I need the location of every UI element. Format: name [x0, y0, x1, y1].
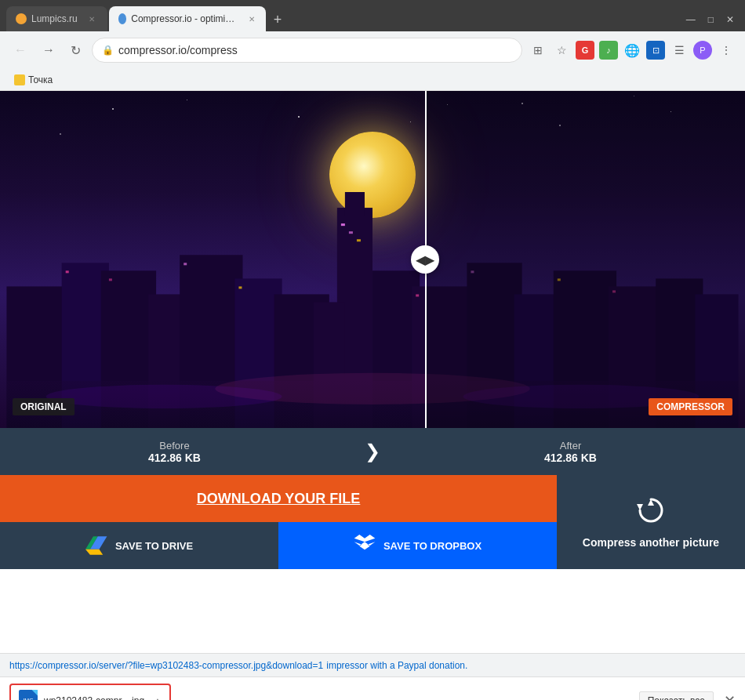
- download-file-icon: IMG: [19, 690, 38, 701]
- download-button[interactable]: DOWNLOAD YOUR FILE: [0, 475, 557, 522]
- svg-rect-21: [66, 270, 69, 273]
- svg-marker-36: [354, 535, 376, 542]
- show-all-button[interactable]: Показать все: [639, 691, 714, 701]
- download-chevron-icon[interactable]: ▲: [154, 696, 162, 700]
- svg-rect-3: [349, 231, 353, 234]
- tab-lumpics-close[interactable]: ✕: [85, 13, 98, 25]
- bookmark-tochka[interactable]: Точка: [9, 73, 57, 87]
- forward-button[interactable]: →: [38, 40, 60, 60]
- download-filename: wp3102483-compr....jpg: [44, 695, 144, 701]
- extension-icon-4[interactable]: ⊡: [646, 41, 665, 60]
- after-stats: After 412.86 KB: [396, 440, 745, 464]
- before-stats: Before 412.86 KB: [0, 440, 349, 464]
- star-icon[interactable]: ☆: [552, 41, 571, 60]
- address-bar[interactable]: 🔒 compressor.io/compress: [92, 38, 522, 63]
- new-tab-button[interactable]: +: [267, 9, 289, 31]
- compress-another-label: Compress another picture: [583, 536, 719, 549]
- dropbox-icon: [354, 535, 376, 557]
- nav-icons: ⊞ ☆ G ♪ 🌐 ⊡ ☰ P ⋮: [529, 41, 736, 60]
- save-drive-button[interactable]: SAVE TO DRIVE: [0, 522, 278, 569]
- extension-icon-1[interactable]: G: [576, 41, 594, 60]
- nav-bar: ← → ↻ 🔒 compressor.io/compress ⊞ ☆ G ♪ 🌐…: [0, 31, 745, 69]
- menu-button[interactable]: ⋮: [717, 41, 736, 60]
- svg-rect-22: [109, 278, 112, 281]
- tab-bar: Lumpics.ru ✕ Compressor.io - optimize an…: [0, 0, 745, 31]
- tab-lumpics[interactable]: Lumpics.ru ✕: [6, 6, 107, 31]
- tab-lumpics-label: Lumpics.ru: [31, 13, 78, 24]
- save-drive-label: SAVE TO DRIVE: [115, 540, 193, 552]
- action-section: DOWNLOAD YOUR FILE SAVE TO DRIVE: [0, 475, 745, 569]
- tab-lumpics-favicon: [16, 13, 27, 24]
- svg-rect-1: [345, 192, 365, 216]
- extension-icon-3[interactable]: 🌐: [623, 41, 641, 60]
- before-label: Before: [159, 440, 189, 452]
- original-label: ORIGINAL: [13, 398, 74, 415]
- extension-icon-2[interactable]: ♪: [599, 41, 618, 60]
- svg-point-31: [46, 385, 282, 408]
- minimize-button[interactable]: —: [681, 11, 700, 28]
- svg-rect-23: [184, 263, 187, 265]
- download-area: DOWNLOAD YOUR FILE SAVE TO DRIVE: [0, 475, 557, 569]
- after-label: After: [560, 440, 581, 452]
- before-value: 412.86 KB: [148, 452, 201, 464]
- google-drive-icon: [85, 536, 107, 555]
- status-bar: https://compressor.io/server/?file=wp310…: [0, 653, 745, 676]
- maximize-button[interactable]: □: [703, 11, 718, 28]
- close-window-button[interactable]: ✕: [721, 11, 739, 28]
- svg-rect-2: [341, 223, 345, 226]
- download-item[interactable]: IMG wp3102483-compr....jpg ▲: [9, 684, 171, 701]
- svg-marker-38: [359, 542, 369, 549]
- tab-compressor-label: Compressor.io - optimize and co...: [131, 13, 238, 24]
- tab-compressor[interactable]: Compressor.io - optimize and co... ✕: [109, 6, 266, 31]
- save-dropbox-label: SAVE TO DROPBOX: [383, 540, 482, 552]
- refresh-button[interactable]: ↻: [66, 40, 85, 61]
- bookmarks-bar: Точка: [0, 69, 745, 91]
- browser-frame: Lumpics.ru ✕ Compressor.io - optimize an…: [0, 0, 745, 91]
- translate-icon[interactable]: ⊞: [529, 41, 547, 60]
- right-overlay: [425, 91, 746, 428]
- save-buttons: SAVE TO DRIVE SAVE TO DROPBOX: [0, 522, 557, 569]
- compress-another-button[interactable]: Compress another picture: [557, 475, 745, 569]
- download-bar: IMG wp3102483-compr....jpg ▲ Показать вс…: [0, 676, 745, 700]
- stats-bar: Before 412.86 KB ❯ After 412.86 KB: [0, 428, 745, 475]
- status-url: https://compressor.io/server/?file=wp310…: [9, 660, 323, 671]
- compress-refresh-icon: [637, 496, 665, 530]
- after-value: 412.86 KB: [544, 452, 597, 464]
- close-download-bar-button[interactable]: ✕: [724, 692, 736, 701]
- lock-icon: 🔒: [102, 45, 114, 56]
- comparison-handle[interactable]: ◀▶: [411, 245, 439, 274]
- page-content: ◀▶ ORIGINAL COMPRESSOR Before 412.86 KB …: [0, 91, 745, 653]
- svg-rect-25: [416, 294, 419, 296]
- svg-rect-24: [238, 286, 242, 288]
- tab-compressor-favicon: [118, 13, 127, 24]
- address-text: compressor.io/compress: [118, 44, 512, 56]
- bookmark-label: Точка: [28, 74, 53, 85]
- save-dropbox-button[interactable]: SAVE TO DROPBOX: [278, 522, 557, 569]
- svg-rect-4: [357, 239, 361, 241]
- back-button[interactable]: ←: [9, 40, 31, 60]
- stats-arrow: ❯: [349, 441, 396, 462]
- compressor-label: COMPRESSOR: [649, 398, 732, 415]
- tab-compressor-close[interactable]: ✕: [247, 13, 256, 25]
- status-donation: impressor with a Paypal donation.: [326, 660, 467, 671]
- svg-marker-35: [85, 549, 103, 555]
- bookmark-folder-icon: [14, 74, 25, 85]
- profile-avatar[interactable]: P: [693, 41, 712, 60]
- extension-icon-5[interactable]: ☰: [670, 41, 689, 60]
- image-comparison: ◀▶ ORIGINAL COMPRESSOR: [0, 91, 745, 428]
